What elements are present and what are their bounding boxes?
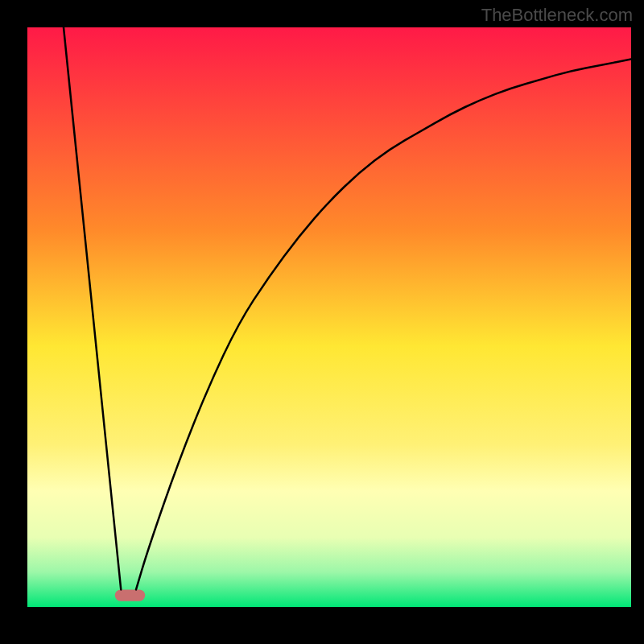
- plot-area: [27, 27, 631, 607]
- valley-marker: [115, 589, 146, 601]
- gradient-background: [27, 27, 631, 607]
- chart-container: TheBottleneck.com: [0, 0, 644, 644]
- watermark: TheBottleneck.com: [481, 5, 633, 26]
- chart-svg: [27, 27, 631, 607]
